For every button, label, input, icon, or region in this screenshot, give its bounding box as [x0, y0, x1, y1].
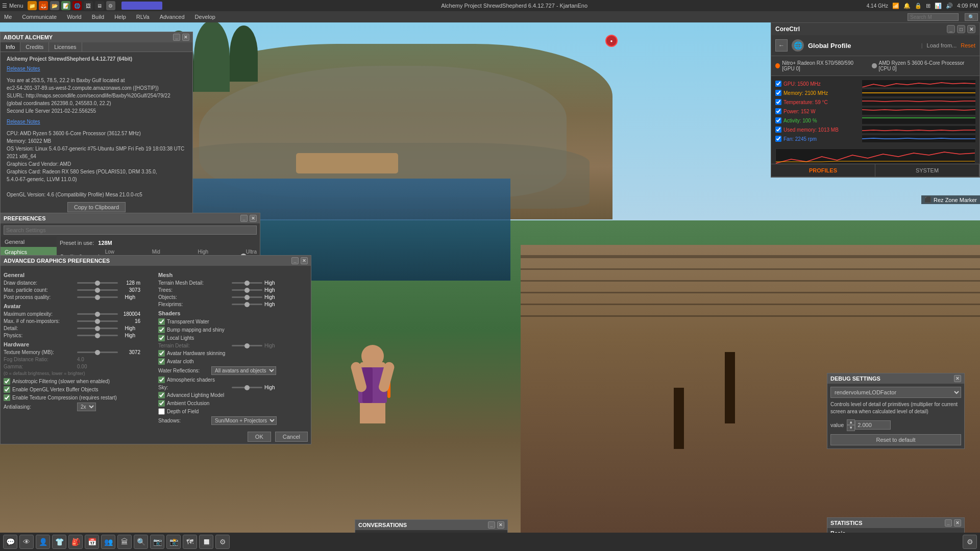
conversations-minimize-btn[interactable]: _: [488, 521, 495, 529]
debug-value-input[interactable]: [855, 420, 891, 430]
stat-gpu-checkbox[interactable]: [775, 81, 781, 87]
menu-help[interactable]: Help: [112, 13, 128, 21]
search-input[interactable]: [908, 13, 959, 21]
release-notes-link-1[interactable]: Release Notes: [7, 65, 189, 72]
stat-power-checkbox[interactable]: [775, 108, 781, 114]
adv-lighting-checkbox[interactable]: [158, 392, 165, 398]
corectrl-tab-system[interactable]: SYSTEM: [875, 164, 979, 177]
menu-advanced[interactable]: Advanced: [158, 13, 187, 21]
shadows-select[interactable]: Sun/Moon + Projectors Sun/Moon None: [211, 416, 277, 425]
about-tab-credits[interactable]: Credits: [20, 42, 49, 52]
max-non-impostors-slider[interactable]: [77, 320, 118, 322]
browser2-icon[interactable]: 🌐: [72, 1, 82, 10]
prefs-search-input[interactable]: [4, 226, 257, 235]
sky-slider[interactable]: [232, 387, 262, 388]
texture-compression-checkbox[interactable]: [4, 394, 10, 401]
menu-rlva[interactable]: RLVa: [134, 13, 152, 21]
about-tab-licenses[interactable]: Licenses: [49, 42, 82, 52]
menu-build[interactable]: Build: [90, 13, 106, 21]
menu-label[interactable]: Menu: [9, 3, 23, 9]
about-close-btn[interactable]: ✕: [182, 34, 189, 41]
stat-temp-checkbox[interactable]: [775, 99, 781, 105]
search-button[interactable]: 🔍: [965, 13, 978, 21]
objects-slider[interactable]: [232, 296, 262, 298]
statistics-close-btn[interactable]: ✕: [954, 519, 961, 527]
menu-develop[interactable]: Develop: [193, 13, 217, 21]
bump-mapping-checkbox[interactable]: [158, 327, 165, 333]
prefs-sidebar-general[interactable]: General: [1, 237, 57, 247]
conversations-close-btn[interactable]: ✕: [497, 521, 504, 529]
preferences-toolbar-btn[interactable]: ⚙: [215, 535, 230, 549]
atmospheric-checkbox[interactable]: [158, 377, 165, 383]
inventory-btn[interactable]: 🎒: [68, 535, 83, 549]
copy-to-clipboard-btn[interactable]: Copy to Clipboard: [67, 202, 126, 212]
adv-gfx-cancel-btn[interactable]: Cancel: [275, 432, 308, 442]
avatar-btn[interactable]: 👤: [36, 535, 50, 549]
anisotropic-checkbox[interactable]: [4, 378, 10, 385]
trees-slider[interactable]: [232, 289, 262, 291]
menu-icon[interactable]: ☰: [2, 3, 7, 9]
avatar-cloth-checkbox[interactable]: [158, 358, 165, 365]
local-lights-checkbox[interactable]: [158, 335, 165, 341]
corectrl-back-btn[interactable]: ←: [775, 39, 788, 52]
adv-gfx-minimize-btn[interactable]: _: [291, 257, 299, 264]
post-process-slider[interactable]: [77, 296, 118, 298]
reset-to-default-btn[interactable]: Reset to default: [830, 434, 961, 445]
chat-btn[interactable]: 💬: [3, 535, 17, 549]
clothing-btn[interactable]: 👕: [52, 535, 66, 549]
texture-memory-slider[interactable]: [77, 352, 118, 353]
corectrl-reset-btn[interactable]: Reset: [961, 42, 975, 48]
corectrl-tab-profiles[interactable]: PROFILES: [771, 164, 875, 177]
camera-btn[interactable]: 📷: [150, 535, 164, 549]
menu-world[interactable]: World: [65, 13, 84, 21]
snapshot-btn[interactable]: 📸: [166, 535, 181, 549]
look-btn[interactable]: 👁: [19, 535, 34, 549]
about-minimize-btn[interactable]: _: [173, 34, 180, 41]
corectrl-close-btn[interactable]: ✕: [967, 25, 975, 33]
debug-close-btn[interactable]: ✕: [954, 375, 961, 382]
active-window-indicator[interactable]: [121, 2, 162, 10]
corectrl-load-from-btn[interactable]: Load from...: [927, 42, 957, 48]
folder-icon[interactable]: 📂: [50, 1, 59, 10]
max-complexity-slider[interactable]: [77, 313, 118, 315]
prefs-minimize-btn[interactable]: _: [240, 215, 248, 222]
stat-fan-checkbox[interactable]: [775, 136, 781, 142]
transparent-water-checkbox[interactable]: [158, 318, 165, 325]
gpu0-item[interactable]: Nitro+ Radeon RX 570/580/590 [GPU 0]: [775, 60, 866, 71]
ambient-occlusion-checkbox[interactable]: [158, 400, 165, 407]
monitor-icon[interactable]: 🖥: [95, 1, 104, 10]
water-reflections-select[interactable]: All avatars and objects Avatars only Non…: [211, 366, 276, 375]
adv-gfx-ok-btn[interactable]: OK: [248, 432, 271, 442]
file-manager-icon[interactable]: 📁: [28, 1, 37, 10]
menu-me[interactable]: Me: [2, 13, 14, 21]
statistics-minimize-btn[interactable]: _: [945, 519, 952, 527]
img-icon[interactable]: 🖼: [84, 1, 93, 10]
max-particle-slider[interactable]: [77, 289, 118, 291]
cpu0-item[interactable]: AMD Ryzen 5 3600 6-Core Processor [CPU 0…: [872, 60, 975, 71]
draw-distance-slider[interactable]: [77, 282, 118, 284]
minimap-btn[interactable]: 🔲: [199, 535, 213, 549]
prefs-close-btn[interactable]: ✕: [250, 215, 257, 222]
script-icon[interactable]: 📝: [61, 1, 70, 10]
terrain-mesh-slider[interactable]: [232, 282, 262, 284]
debug-value-down[interactable]: ▼: [847, 425, 855, 431]
release-notes-link-2[interactable]: Release Notes: [7, 118, 189, 126]
stat-memory-checkbox[interactable]: [775, 90, 781, 96]
flexiprims-slider[interactable]: [232, 304, 262, 305]
settings-gear-btn[interactable]: ⚙: [963, 535, 977, 549]
stat-activity-checkbox[interactable]: [775, 117, 781, 123]
menu-communicate[interactable]: Communicate: [20, 13, 59, 21]
adv-gfx-close-btn[interactable]: ✕: [301, 257, 308, 264]
browser-icon[interactable]: 🦊: [39, 1, 48, 10]
hardware-skinning-checkbox[interactable]: [158, 350, 165, 357]
debug-setting-select[interactable]: rendervolumeLODFactor: [830, 387, 961, 398]
corectrl-maximize-btn[interactable]: □: [957, 25, 965, 33]
vertex-buffer-checkbox[interactable]: [4, 386, 10, 393]
places-btn[interactable]: 🏛: [117, 535, 132, 549]
search-toolbar-btn[interactable]: 🔍: [134, 535, 148, 549]
stat-used-memory-checkbox[interactable]: [775, 127, 781, 133]
detail-slider[interactable]: [77, 328, 118, 329]
physics-slider[interactable]: [77, 335, 118, 336]
corectrl-minimize-btn[interactable]: _: [947, 25, 955, 33]
about-tab-info[interactable]: Info: [1, 42, 20, 52]
